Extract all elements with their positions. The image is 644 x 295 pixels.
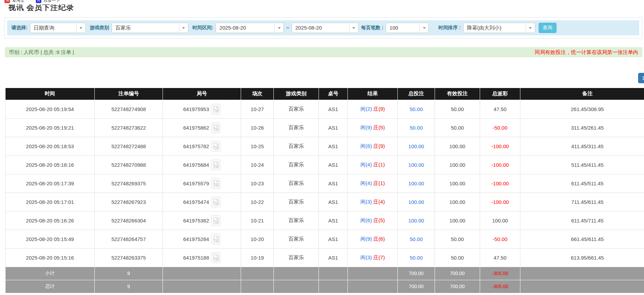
video-record-button[interactable] [211, 215, 220, 226]
cell-session: 10-26 [241, 118, 274, 137]
cell-note: 613.95/661.45 [520, 248, 644, 267]
cell-session: 10-25 [241, 137, 274, 155]
cell-table-id: AS1 [319, 174, 348, 193]
total-bet-link[interactable]: 100.00 [408, 181, 424, 186]
summary-bar: 币别 : 人民币 | 总共 :9 注单 | 同局有效投注，统一计算在该局第一张注… [5, 47, 642, 57]
game-category-label: 游戏类别 [90, 25, 109, 31]
video-record-icon [213, 180, 219, 187]
cell-result: 闲(9) 庄(6) [348, 230, 398, 248]
cell-result: 闲(2) 庄(9) [348, 100, 398, 118]
table-row: 2025-08-20 05:17:39522748269375641975579… [6, 174, 644, 193]
bookmark-label: 百度一下 [43, 0, 60, 3]
baidu-bookmark-icon: 百 [36, 0, 41, 3]
chevron-down-icon [419, 23, 428, 33]
table-row: 2025-08-20 05:15:16522748263375641975188… [6, 248, 644, 267]
result-player: 闲(4) [361, 180, 372, 186]
chevron-down-icon [349, 23, 358, 33]
chevron-down-icon [274, 23, 283, 33]
result-player: 闲(3) [361, 199, 372, 205]
video-record-icon [213, 106, 219, 112]
query-type-select[interactable]: 日期查询 [30, 23, 86, 33]
cell-note: 611.45/711.45 [520, 211, 644, 230]
pagination-page-1[interactable]: 1 [638, 73, 644, 83]
video-record-button[interactable] [211, 160, 220, 170]
table-row: 2025-08-20 05:17:01522748267923641975474… [6, 193, 644, 211]
result-banker: 庄(4) [373, 199, 385, 205]
round-number: 641975474 [183, 199, 209, 205]
query-type-value: 日期查询 [30, 23, 76, 33]
table-header: 时间注单编号局号场次游戏类别桌号结果总投注有效投注总派彩备注 [6, 88, 644, 100]
result-banker: 庄(9) [373, 143, 385, 149]
cell-session: 10-27 [241, 100, 274, 118]
video-record-button[interactable] [211, 252, 220, 263]
result-player: 闲(9) [361, 236, 372, 242]
round-number: 641975684 [183, 162, 209, 168]
cell-time: 2025-08-20 05:17:01 [6, 193, 95, 211]
date-to-select[interactable]: 2025-08-20 [292, 23, 359, 33]
total-bet-link[interactable]: 100.00 [408, 218, 424, 223]
query-button[interactable]: 查询 [539, 23, 557, 33]
cell-time: 2025-08-20 05:19:21 [6, 118, 95, 137]
video-record-button[interactable] [211, 122, 220, 133]
page-title-container: 视讯 会员下注纪录 [8, 4, 74, 13]
cell-session: 10-19 [241, 248, 274, 267]
result-player: 闲(3) [361, 254, 372, 260]
video-record-button[interactable] [211, 141, 220, 152]
video-record-icon [213, 254, 219, 261]
time-sort-select[interactable]: 降幂(由大到小) [463, 23, 535, 33]
column-header: 游戏类别 [274, 88, 319, 100]
game-category-select[interactable]: 百家乐 [112, 23, 188, 33]
cell-total-bet: 100.00 [398, 211, 435, 230]
cell-table-id: AS1 [319, 155, 348, 174]
date-from-select[interactable]: 2025-08-20 [216, 23, 284, 33]
cell-result: 闲(3) 庄(4) [348, 193, 398, 211]
filter-panel: 请选择: 日期查询 游戏类别 百家乐 时间区间: 2025-08-20 ~ 20… [4, 17, 642, 39]
result-banker: 庄(1) [373, 162, 385, 167]
cell-total-bet: 50.00 [398, 248, 435, 267]
cell-time: 2025-08-20 05:18:53 [6, 137, 95, 155]
cell-round-id: 641975684 [163, 155, 241, 174]
cell-note: 711.45/611.45 [520, 193, 644, 211]
column-header: 注单编号 [95, 88, 163, 100]
cell-note: 511.45/411.45 [520, 155, 644, 174]
total-bet-link[interactable]: 50.00 [410, 255, 423, 261]
cell-note: 311.45/261.45 [520, 118, 644, 137]
page-title: 视讯 会员下注纪录 [8, 4, 74, 13]
video-record-button[interactable] [211, 197, 220, 207]
video-record-icon [213, 217, 219, 224]
video-record-button[interactable] [211, 234, 220, 244]
total-total-bet: 700.00 [398, 280, 435, 293]
subtotal-row: 小计 9 700.00 700.00 -305.00 [6, 267, 644, 280]
time-sort-value: 降幂(由大到小) [464, 23, 526, 33]
cell-bet-id: 522748270988 [95, 155, 163, 174]
cell-result: 闲(4) 庄(1) [348, 155, 398, 174]
total-bet-link[interactable]: 100.00 [408, 199, 424, 205]
column-header: 有效投注 [435, 88, 480, 100]
cell-payout: -100.00 [480, 174, 520, 193]
bookmark-all-folder[interactable]: 所有 [633, 0, 644, 1]
cell-game: 百家乐 [274, 230, 319, 248]
total-bet-link[interactable]: 50.00 [410, 125, 423, 131]
cell-time: 2025-08-20 05:15:49 [6, 230, 95, 248]
table-body: 2025-08-20 05:19:54522748274908641975953… [6, 100, 644, 267]
total-bet-link[interactable]: 100.00 [408, 162, 424, 168]
cell-valid-bet: 50.00 [435, 100, 480, 118]
total-bet-link[interactable]: 50.00 [410, 106, 423, 112]
cell-total-bet: 50.00 [398, 100, 435, 118]
bookmark-aitaobao[interactable]: 淘 爱淘宝 [4, 0, 24, 3]
total-bet-link[interactable]: 50.00 [410, 236, 423, 242]
date-from-value: 2025-08-20 [216, 23, 274, 33]
game-category-value: 百家乐 [112, 23, 179, 33]
round-number: 641975782 [183, 143, 209, 149]
video-record-icon [213, 143, 219, 150]
cell-valid-bet: 50.00 [435, 118, 480, 137]
video-record-button[interactable] [211, 104, 220, 114]
page-size-select[interactable]: 100 [386, 23, 429, 33]
total-bet-link[interactable]: 100.00 [408, 143, 424, 149]
video-record-icon [213, 124, 219, 131]
cell-time: 2025-08-20 05:15:16 [6, 248, 95, 267]
total-label: 总计 [6, 280, 95, 293]
chevron-down-icon [76, 23, 85, 33]
video-record-button[interactable] [211, 178, 220, 189]
bookmark-baidu[interactable]: 百 百度一下 [36, 0, 60, 3]
